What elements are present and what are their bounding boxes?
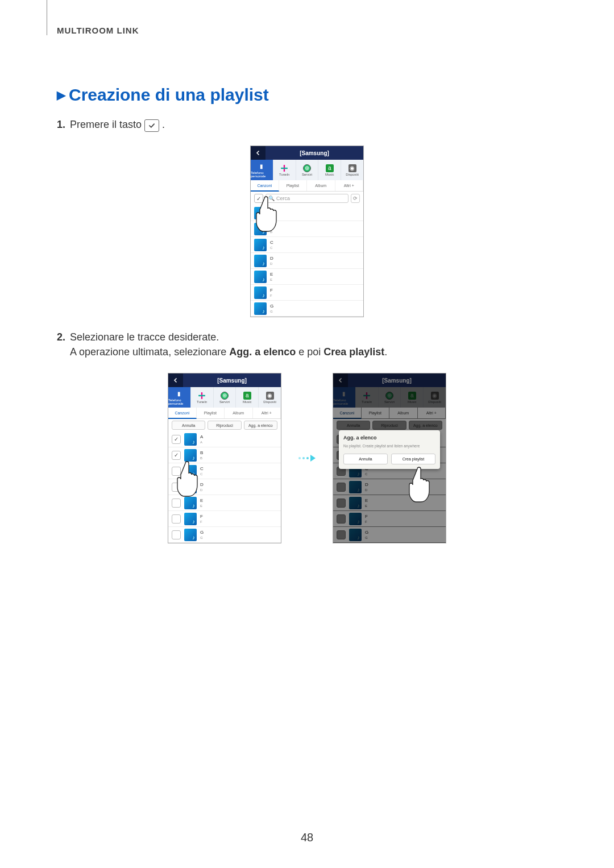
modal-create-playlist-button[interactable]: Crea playlist <box>391 454 435 464</box>
source-tunein-label: TuneIn <box>197 400 207 404</box>
track-artist: E <box>200 504 203 508</box>
step-2-line2c: e poi <box>296 346 323 358</box>
track-checkbox[interactable] <box>172 467 181 476</box>
action-row: Annulla Riproduci Agg. a elenco <box>168 419 281 431</box>
app-header: [Samsung] <box>168 373 281 387</box>
step-2-text: Selezionare le tracce desiderate. A oper… <box>70 330 557 359</box>
track-thumb-icon <box>254 239 267 251</box>
source-amazon[interactable]: aMusic <box>318 160 341 180</box>
track-checkbox[interactable] <box>172 435 181 444</box>
track-row[interactable]: BB <box>251 221 363 237</box>
source-phone-label: Telefono personale <box>251 171 273 178</box>
step-2-bold-create: Crea playlist <box>323 346 384 358</box>
tab-songs[interactable]: Canzoni <box>251 180 279 192</box>
track-row[interactable]: EE <box>168 495 281 511</box>
step-1-before: Premere il tasto <box>70 119 142 130</box>
source-services[interactable]: ⊕Servizi <box>214 387 237 408</box>
track-row[interactable]: CC <box>251 237 363 253</box>
track-title: D <box>200 483 204 487</box>
back-button[interactable] <box>251 146 265 160</box>
app-header: [Samsung] <box>251 146 363 160</box>
track-artist: C <box>270 246 273 250</box>
tab-row: Canzoni Playlist Album Altri + <box>168 408 281 419</box>
track-artist: G <box>200 536 204 539</box>
track-title: G <box>270 304 273 309</box>
track-checkbox[interactable] <box>172 530 181 539</box>
step-2-line2a: A operazione ultimata, selezionare <box>70 346 229 358</box>
track-row[interactable]: AA <box>168 431 281 447</box>
header-rule <box>47 0 47 35</box>
add-to-list-button[interactable]: Agg. a elenco <box>244 421 277 430</box>
track-row[interactable]: DD <box>168 479 281 495</box>
select-all-checkbox[interactable] <box>254 194 263 203</box>
back-button[interactable] <box>168 373 183 387</box>
cancel-button[interactable]: Annulla <box>172 421 205 430</box>
source-tunein[interactable]: TuneIn <box>191 387 214 408</box>
source-devices[interactable]: ◉Dispositi <box>341 160 363 180</box>
track-checkbox[interactable] <box>172 499 181 508</box>
track-list: AA BB CC DD EE FF GG <box>251 205 363 317</box>
track-artist: B <box>200 456 203 460</box>
page-title-row: ▶ Creazione di una playlist <box>57 85 557 105</box>
screenshot-row-2: [Samsung] ▮Telefono personale TuneIn ⊕Se… <box>57 373 557 543</box>
step-2-number: 2. <box>57 330 65 359</box>
source-tunein[interactable]: TuneIn <box>273 160 296 180</box>
screenshot-row-1: [Samsung] ▮Telefono personale TuneIn ⊕Se… <box>57 146 557 317</box>
track-artist: D <box>200 488 204 492</box>
source-services[interactable]: ⊕Servizi <box>296 160 319 180</box>
tab-more[interactable]: Altri + <box>335 180 364 191</box>
page-title: Creazione di una playlist <box>69 85 269 105</box>
modal-title: Agg. a elenco <box>343 435 435 441</box>
refresh-button[interactable]: ⟳ <box>351 194 360 203</box>
track-row[interactable]: DD <box>251 253 363 269</box>
track-row[interactable]: GG <box>168 527 281 543</box>
app-title: [Samsung] <box>183 377 281 384</box>
track-thumb-icon <box>184 513 197 525</box>
track-row[interactable]: EE <box>251 269 363 285</box>
source-services-label: Servizi <box>219 400 230 404</box>
source-amazon[interactable]: aMusic <box>236 387 259 408</box>
tab-album[interactable]: Album <box>307 180 335 191</box>
track-artist: A <box>270 214 273 218</box>
track-title: D <box>270 256 273 261</box>
track-thumb-icon <box>254 271 267 283</box>
search-row: 🔍Cerca ⟳ <box>251 192 363 205</box>
track-title: B <box>270 225 273 229</box>
track-thumb-icon <box>254 207 267 219</box>
track-row[interactable]: GG <box>251 301 363 317</box>
track-row[interactable]: BB <box>168 447 281 463</box>
track-artist: F <box>270 294 273 297</box>
track-artist: B <box>270 230 273 234</box>
step-2-line2e: . <box>384 346 387 358</box>
step-1-number: 1. <box>57 117 65 132</box>
tab-playlist[interactable]: Playlist <box>279 180 308 191</box>
page-number: 48 <box>0 831 614 844</box>
source-phone[interactable]: ▮Telefono personale <box>251 160 273 180</box>
track-thumb-icon <box>184 529 197 541</box>
modal-cancel-button[interactable]: Annulla <box>343 454 388 464</box>
screenshot-1: [Samsung] ▮Telefono personale TuneIn ⊕Se… <box>250 146 364 317</box>
track-title: F <box>270 288 273 293</box>
track-thumb-icon <box>254 255 267 267</box>
track-row[interactable]: FF <box>251 285 363 301</box>
track-checkbox[interactable] <box>172 514 181 524</box>
check-button-icon <box>144 119 159 132</box>
track-row[interactable]: FF <box>168 511 281 527</box>
source-phone-label: Telefono personale <box>168 398 190 405</box>
source-devices[interactable]: ◉Dispositi <box>259 387 281 408</box>
search-input[interactable]: 🔍Cerca <box>265 194 349 203</box>
tab-more[interactable]: Altri + <box>253 408 281 418</box>
source-phone[interactable]: ▮Telefono personale <box>168 387 191 408</box>
tab-album[interactable]: Album <box>225 408 253 418</box>
track-checkbox[interactable] <box>172 451 181 460</box>
track-thumb-icon <box>254 302 267 315</box>
tab-songs[interactable]: Canzoni <box>168 408 197 419</box>
tab-playlist[interactable]: Playlist <box>197 408 225 418</box>
app-title: [Samsung] <box>265 150 363 156</box>
source-devices-label: Dispositi <box>346 173 359 176</box>
play-button[interactable]: Riproduci <box>208 421 241 430</box>
track-row[interactable]: CC <box>168 463 281 479</box>
track-checkbox[interactable] <box>172 483 181 492</box>
track-row[interactable]: AA <box>251 205 363 221</box>
search-icon: 🔍 <box>268 196 275 201</box>
